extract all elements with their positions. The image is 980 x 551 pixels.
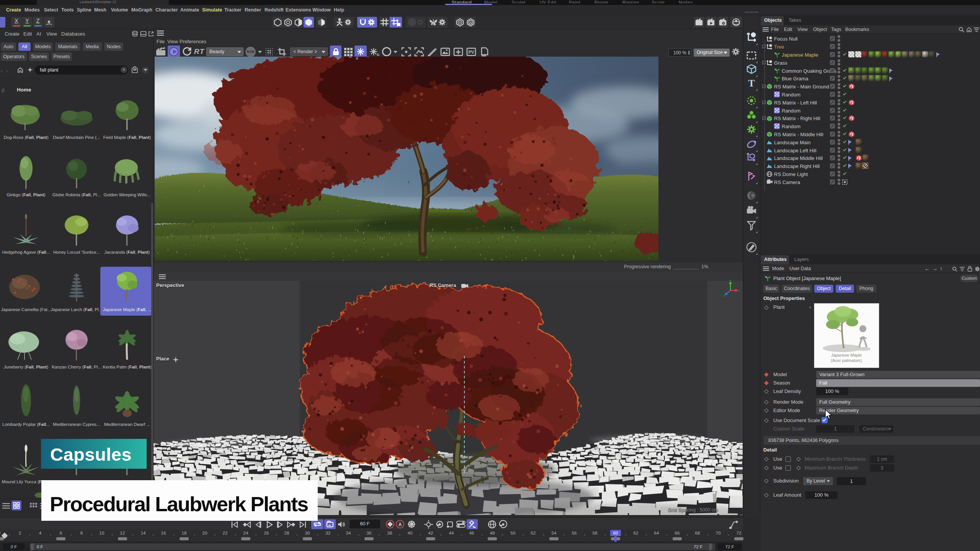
svg-text:X: X [738,289,740,292]
svg-text:PV: PV [469,50,474,54]
svg-text:Z: Z [724,294,725,297]
svg-text:A: A [469,20,472,24]
svg-text:(Acer palmatum): (Acer palmatum) [831,358,862,363]
svg-text:Y: Y [729,280,732,283]
svg-text:Japanese Maple: Japanese Maple [831,353,862,357]
svg-text:T: T [748,78,755,89]
